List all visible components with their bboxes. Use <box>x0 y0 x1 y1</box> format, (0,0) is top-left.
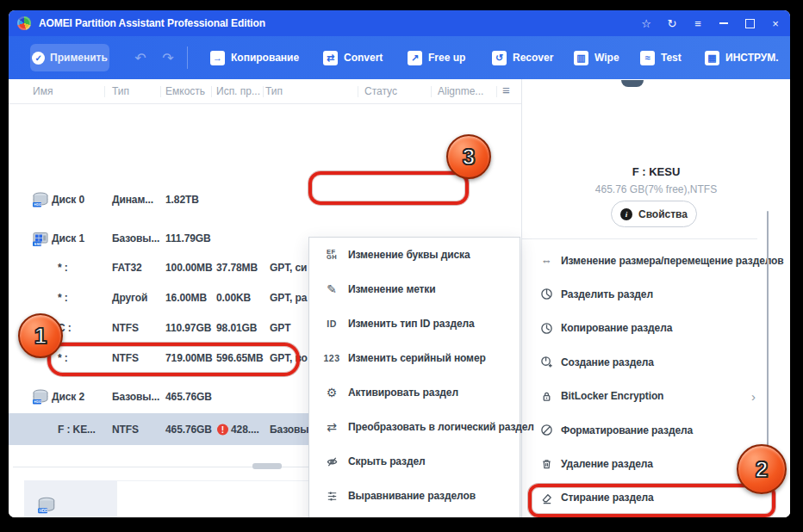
maximize-button[interactable] <box>737 10 763 36</box>
cell-type: Базовы... <box>112 391 159 403</box>
list-view-icon[interactable]: ≡ <box>502 83 510 97</box>
copy-icon: → <box>210 51 225 65</box>
cell-capacity: 111.79GB <box>165 232 211 244</box>
cell-name: F : KE... <box>58 424 96 436</box>
cell-partition-type: GPT, си <box>270 262 307 274</box>
aomei-logo-icon <box>17 16 31 30</box>
cell-type: NTFS <box>112 424 139 436</box>
favorite-icon[interactable]: ☆ <box>633 10 659 36</box>
properties-label: Свойства <box>638 208 688 220</box>
toolbar-button-copy[interactable]: → Копирование <box>210 36 299 79</box>
sidebar-item[interactable]: Разделить раздел <box>522 277 790 311</box>
convert-icon: ⇄ <box>323 51 338 65</box>
toolbar: ✓ Применить ↶ ↷ → Копирование ⇄ Convert … <box>9 36 790 79</box>
splitter-handle[interactable] <box>252 463 282 469</box>
resize-icon: ⇔ <box>541 254 552 267</box>
context-menu-item[interactable]: EFGH Изменение буквы диска <box>309 238 520 272</box>
sidebar-item[interactable]: Создание раздела <box>522 345 790 379</box>
column-header[interactable]: Тип <box>265 85 283 97</box>
title-bar: AOMEI Partition Assistant Professional E… <box>9 10 790 36</box>
cell-type: FAT32 <box>112 262 142 274</box>
apply-label: Применить <box>50 52 108 64</box>
context-menu-item-label: Преобразовать в логический раздел <box>348 421 534 433</box>
chevron-right-icon: › <box>751 389 756 404</box>
toolbar-button-convert[interactable]: ⇄ Convert <box>323 36 383 79</box>
column-header[interactable]: Имя <box>33 85 53 97</box>
sidebar-item[interactable]: BitLocker Encryption › <box>522 380 790 413</box>
callout-circle-1: 1 <box>18 313 63 358</box>
column-header[interactable]: Статус <box>364 85 397 97</box>
toolbar-button-label: Копирование <box>231 52 299 64</box>
undo-button[interactable]: ↶ <box>131 49 150 66</box>
swap-icon: ⇄ <box>327 420 337 434</box>
column-header[interactable]: Тип <box>112 85 129 97</box>
column-header[interactable]: Исп. пр... <box>216 85 260 97</box>
cell-used: 37.78MB <box>216 262 258 274</box>
sidebar-scrollbar[interactable] <box>767 211 769 482</box>
minimize-button[interactable] <box>711 10 737 36</box>
context-menu-item[interactable]: 123 Изменить серийный номер <box>309 341 520 375</box>
cell-capacity: 465.76GB <box>165 391 212 403</box>
close-button[interactable]: × <box>763 10 788 36</box>
pencil-icon: ✎ <box>327 282 337 296</box>
cell-capacity: 1.82TB <box>165 194 199 206</box>
warning-icon: ! <box>217 424 228 435</box>
id-text-icon: ID <box>327 319 337 329</box>
context-menu-item-label: Изменение буквы диска <box>348 249 470 261</box>
properties-button[interactable]: i Свойства <box>611 201 697 227</box>
context-menu-item-label: Скрыть раздел <box>348 455 426 467</box>
cell-type: Базовы... <box>112 232 159 244</box>
sidebar-item[interactable]: ⇔ Изменение размера/перемещение разделов <box>522 244 790 277</box>
toolbar-button-tools[interactable]: ▦ ИНСТРУМ. <box>705 36 779 79</box>
column-header[interactable]: Alignme... <box>438 85 483 97</box>
test-icon: ≈ <box>640 51 655 65</box>
info-icon: i <box>620 208 632 220</box>
pie-copy-icon <box>540 322 553 335</box>
column-divider <box>160 86 161 97</box>
window-title: AOMEI Partition Assistant Professional E… <box>39 17 265 29</box>
serial-text-icon: 123 <box>323 353 339 363</box>
redo-button[interactable]: ↷ <box>159 49 177 66</box>
callout-box-selected-row <box>47 343 300 376</box>
toolbar-button-test[interactable]: ≈ Test <box>640 36 682 79</box>
toolbar-button-wipe[interactable]: ▥ Wipe <box>574 36 619 79</box>
column-header[interactable]: Емкость <box>165 85 205 97</box>
cell-capacity: 465.76GB <box>165 424 212 436</box>
context-menu-item[interactable]: ID Изменить тип ID раздела <box>309 306 520 341</box>
column-divider <box>496 86 497 97</box>
toolbar-button-freeup[interactable]: ↗ Free up <box>408 36 465 79</box>
menu-icon[interactable]: ≡ <box>685 10 711 36</box>
refresh-icon[interactable]: ↻ <box>659 10 685 36</box>
sidebar-item[interactable]: Форматирование раздела <box>522 413 790 447</box>
context-menu: EFGH Изменение буквы диска ✎ Изменение м… <box>308 237 520 517</box>
toolbar-button-label: Convert <box>344 52 383 64</box>
cell-name: * : <box>58 292 68 304</box>
sidebar-item[interactable]: Копирование раздела <box>522 312 790 345</box>
table-header: ИмяТипЕмкостьИсп. пр...ТипСтатусAlignme.… <box>9 79 521 104</box>
cell-partition-type: GPT <box>270 322 290 334</box>
bottom-disk-card[interactable]: Диск 0 1.82TB Динамический: <box>24 480 116 517</box>
cell-used: 98.01GB <box>216 322 257 334</box>
toolbar-button-label: Free up <box>428 52 465 64</box>
align-icon <box>326 490 339 503</box>
toolbar-button-recover[interactable]: ↺ Recover <box>492 36 553 79</box>
column-divider <box>358 86 358 97</box>
context-menu-item-label: Активировать раздел <box>348 387 458 399</box>
context-menu-item[interactable]: ✎ Изменение метки <box>309 272 520 306</box>
apply-button[interactable]: ✓ Применить <box>30 44 109 71</box>
cell-capacity: 100.00MB <box>165 262 213 274</box>
sidebar-item-label: Удаление раздела <box>561 458 653 470</box>
context-menu-item[interactable]: Проверить раздел <box>309 513 520 517</box>
pie-split-icon <box>540 288 553 300</box>
context-menu-item[interactable]: ⚙ Активировать раздел <box>309 375 520 410</box>
context-menu-item[interactable]: Выравнивание разделов <box>309 479 520 513</box>
context-menu-item[interactable]: Скрыть раздел <box>309 444 520 479</box>
context-menu-item[interactable]: ⇄ Преобразовать в логический раздел <box>309 410 520 444</box>
column-divider <box>431 86 432 97</box>
hdd-icon <box>36 496 57 515</box>
cell-type: Другой <box>112 292 147 304</box>
volume-info: 465.76 GB(7% free),NTFS <box>522 183 790 195</box>
sidebar-divider <box>522 238 757 239</box>
window-controls: ☆ ↻ ≡ × <box>633 10 788 36</box>
hdd-icon <box>31 388 50 405</box>
